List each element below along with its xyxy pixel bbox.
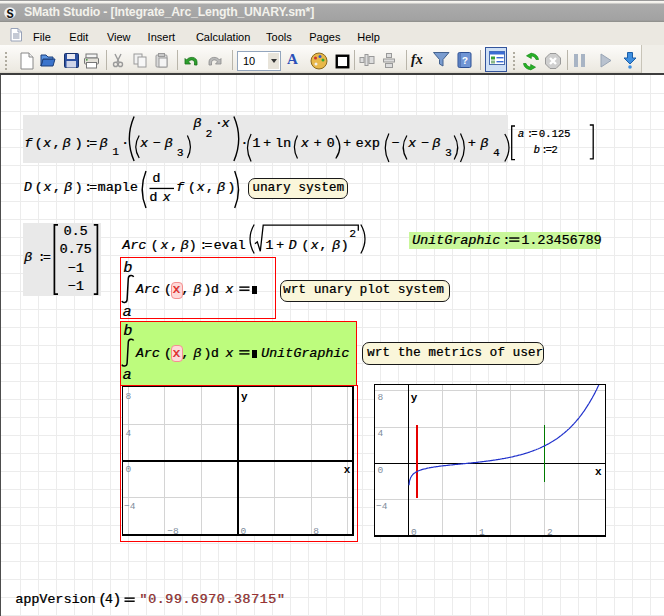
svg-text:0: 0: [378, 465, 384, 476]
svg-text:−4: −4: [376, 501, 388, 512]
svg-text:y: y: [411, 392, 418, 404]
svg-text:8: 8: [126, 391, 132, 402]
svg-text:8: 8: [313, 526, 319, 537]
svg-text:−4: −4: [124, 501, 136, 512]
svg-text:2: 2: [547, 527, 553, 538]
svg-text:4: 4: [126, 428, 132, 439]
svg-text:y: y: [241, 391, 248, 403]
svg-text:0: 0: [126, 464, 132, 475]
svg-text:0: 0: [240, 526, 246, 537]
svg-text:x: x: [595, 466, 602, 478]
svg-text:0: 0: [411, 527, 417, 538]
svg-text:8: 8: [378, 392, 384, 403]
svg-text:4: 4: [378, 428, 384, 439]
svg-text:−8: −8: [167, 526, 179, 537]
svg-text:x: x: [344, 464, 351, 476]
svg-text:1: 1: [479, 527, 485, 538]
